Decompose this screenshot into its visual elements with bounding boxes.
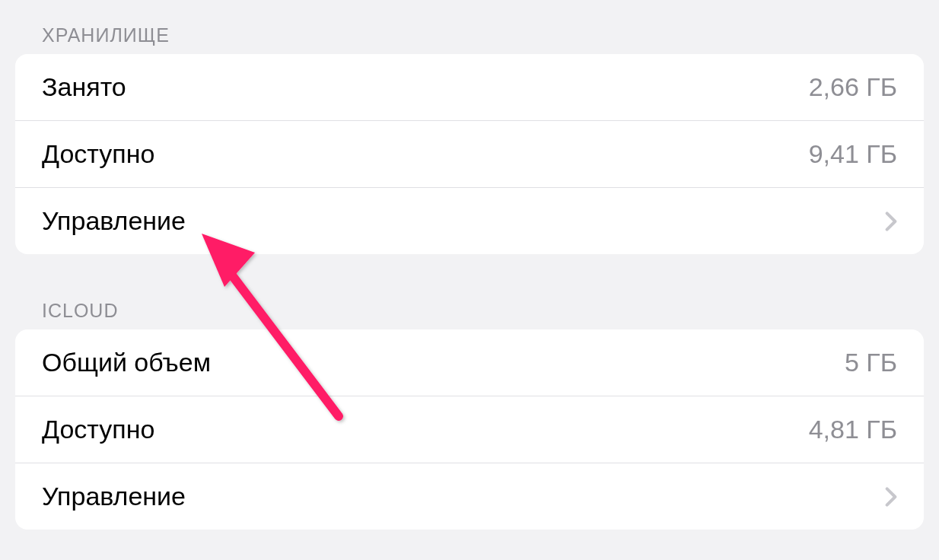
storage-manage-right — [885, 211, 897, 232]
icloud-manage-label: Управление — [42, 482, 186, 511]
storage-manage-label: Управление — [42, 206, 186, 236]
storage-used-label: Занято — [42, 72, 126, 102]
storage-available-row: Доступно 9,41 ГБ — [15, 121, 924, 188]
chevron-right-icon — [885, 211, 897, 232]
storage-available-value: 9,41 ГБ — [809, 139, 897, 169]
icloud-list-group: Общий объем 5 ГБ Доступно 4,81 ГБ Управл… — [15, 329, 924, 530]
icloud-available-right: 4,81 ГБ — [809, 415, 897, 444]
settings-storage-screen: ХРАНИЛИЩЕ Занято 2,66 ГБ Доступно 9,41 Г… — [0, 2, 939, 530]
storage-available-label: Доступно — [42, 139, 154, 169]
storage-available-right: 9,41 ГБ — [809, 139, 897, 169]
storage-manage-row[interactable]: Управление — [15, 188, 924, 254]
icloud-total-row: Общий объем 5 ГБ — [15, 329, 924, 396]
chevron-right-icon — [885, 486, 897, 508]
icloud-available-row: Доступно 4,81 ГБ — [15, 396, 924, 463]
icloud-section-header: ICLOUD — [0, 254, 939, 329]
icloud-manage-row[interactable]: Управление — [15, 463, 924, 530]
icloud-available-value: 4,81 ГБ — [809, 415, 897, 444]
icloud-manage-right — [885, 486, 897, 508]
icloud-total-label: Общий объем — [42, 348, 211, 377]
icloud-total-value: 5 ГБ — [845, 348, 897, 377]
storage-section-header: ХРАНИЛИЩЕ — [0, 2, 939, 54]
storage-used-value: 2,66 ГБ — [809, 72, 897, 102]
icloud-available-label: Доступно — [42, 415, 154, 444]
storage-list-group: Занято 2,66 ГБ Доступно 9,41 ГБ Управлен… — [15, 54, 924, 254]
storage-used-row: Занято 2,66 ГБ — [15, 54, 924, 121]
storage-used-right: 2,66 ГБ — [809, 72, 897, 102]
icloud-total-right: 5 ГБ — [845, 348, 897, 377]
